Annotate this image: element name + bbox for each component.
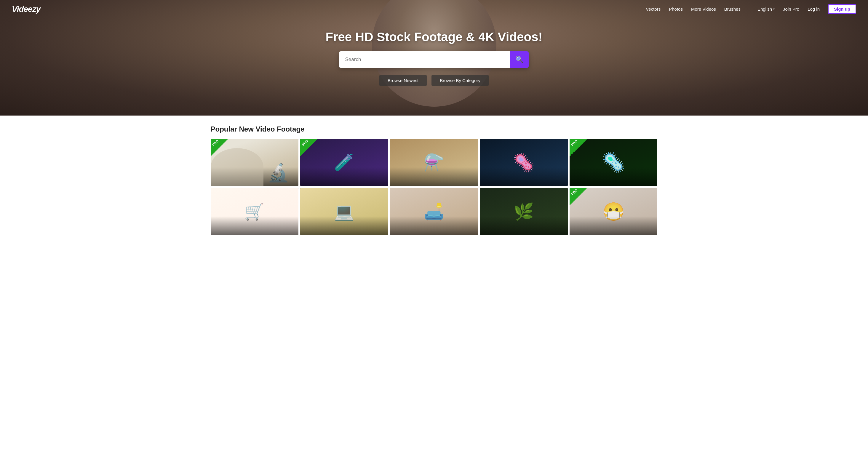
- video-thumb-6[interactable]: [211, 188, 299, 235]
- pro-badge-10: PRO: [569, 188, 587, 206]
- pro-badge-5: PRO: [569, 139, 587, 156]
- overlay-10: [569, 216, 658, 235]
- signup-button[interactable]: Sign up: [828, 4, 856, 14]
- browse-category-button[interactable]: Browse By Category: [432, 75, 489, 86]
- video-thumb-4[interactable]: [480, 139, 568, 186]
- nav-vectors[interactable]: Vectors: [646, 6, 660, 11]
- nav-more-videos[interactable]: More Videos: [691, 6, 716, 11]
- overlay-2: [300, 167, 388, 186]
- video-scene-7: [300, 188, 388, 235]
- overlay-6: [211, 216, 299, 235]
- overlay-9: [480, 216, 568, 235]
- video-grid-row1: PRO PRO: [211, 139, 658, 186]
- overlay-5: [569, 167, 658, 186]
- overlay-3: [390, 167, 478, 186]
- nav-join-pro[interactable]: Join Pro: [783, 6, 799, 11]
- overlay-4: [480, 167, 568, 186]
- logo[interactable]: Videezy: [12, 4, 40, 14]
- hero-title: Free HD Stock Footage & 4K Videos!: [326, 30, 542, 44]
- video-thumb-8[interactable]: [390, 188, 478, 235]
- pro-badge-1: PRO: [211, 139, 228, 156]
- nav-photos[interactable]: Photos: [669, 6, 683, 11]
- search-bar: 🔍: [339, 51, 529, 68]
- video-scene-4: [480, 139, 568, 186]
- main-content: Popular New Video Footage PRO PRO: [206, 116, 662, 245]
- search-button[interactable]: 🔍: [510, 51, 529, 68]
- nav-brushes[interactable]: Brushes: [724, 6, 741, 11]
- video-thumb-7[interactable]: [300, 188, 388, 235]
- video-thumb-2[interactable]: PRO: [300, 139, 388, 186]
- section-title: Popular New Video Footage: [211, 125, 658, 133]
- video-thumb-1[interactable]: PRO: [211, 139, 299, 186]
- search-icon: 🔍: [515, 56, 523, 63]
- chevron-down-icon: ▾: [773, 7, 775, 11]
- video-thumb-5[interactable]: PRO: [569, 139, 658, 186]
- search-input[interactable]: [339, 51, 510, 68]
- pro-badge-2: PRO: [300, 139, 318, 156]
- browse-buttons: Browse Newest Browse By Category: [379, 75, 489, 86]
- main-nav: Vectors Photos More Videos Brushes Engli…: [646, 4, 856, 14]
- overlay-7: [300, 216, 388, 235]
- hero-content: Free HD Stock Footage & 4K Videos! 🔍 Bro…: [326, 30, 542, 86]
- language-label: English: [757, 6, 772, 11]
- video-scene-8: [390, 188, 478, 235]
- nav-divider: [749, 6, 749, 12]
- browse-newest-button[interactable]: Browse Newest: [379, 75, 427, 86]
- overlay-8: [390, 216, 478, 235]
- overlay-1: [211, 167, 299, 186]
- video-grid-row2: PRO: [211, 188, 658, 235]
- nav-login[interactable]: Log in: [808, 6, 820, 11]
- header: Videezy Vectors Photos More Videos Brush…: [0, 0, 868, 18]
- video-thumb-3[interactable]: [390, 139, 478, 186]
- video-scene-3: [390, 139, 478, 186]
- video-scene-6: [211, 188, 299, 235]
- video-thumb-10[interactable]: PRO: [569, 188, 658, 235]
- language-selector[interactable]: English ▾: [757, 6, 775, 11]
- video-scene-9: [480, 188, 568, 235]
- video-thumb-9[interactable]: [480, 188, 568, 235]
